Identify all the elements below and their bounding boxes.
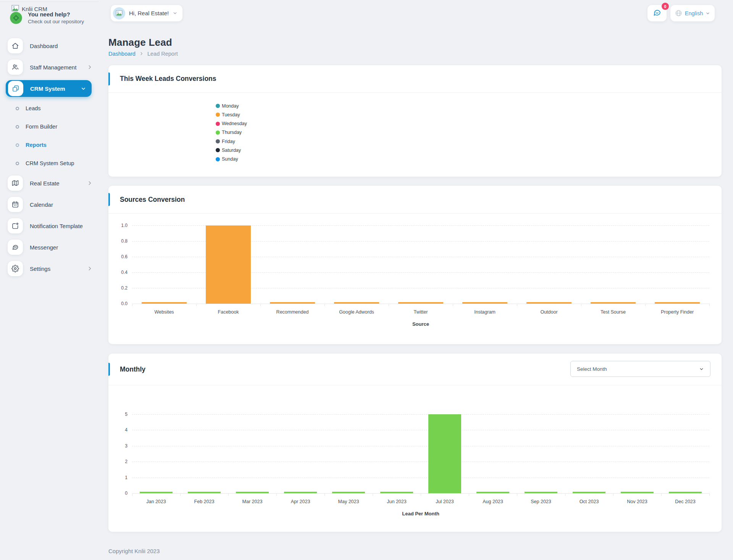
- sidebar-subitem-leads[interactable]: Leads: [0, 99, 98, 117]
- main-content: Manage Lead Dashboard Lead Report This W…: [98, 27, 733, 560]
- x-axis-label: Jun 2023: [373, 499, 421, 504]
- x-axis-tick: [389, 304, 389, 306]
- legend-item[interactable]: Saturday: [216, 147, 247, 153]
- gridline: [132, 430, 709, 430]
- x-axis-tick: [228, 493, 229, 496]
- user-menu-button[interactable]: Hi, Real Estate!: [111, 5, 182, 21]
- bullet-icon: [16, 125, 19, 129]
- x-axis-tick: [645, 304, 646, 306]
- y-axis-tick: 3: [108, 443, 128, 449]
- messages-button[interactable]: 0: [647, 5, 667, 21]
- sources-card-header: Sources Conversion: [108, 186, 722, 214]
- y-axis-tick: 0.4: [108, 270, 128, 275]
- sidebar-item-calendar[interactable]: Calendar: [0, 194, 98, 215]
- sidebar-subitem-label: CRM System Setup: [26, 160, 74, 166]
- users-icon: [8, 60, 23, 75]
- bar-aug-2023: [476, 492, 509, 493]
- x-axis-tick: [581, 304, 581, 306]
- x-axis-label: Oct 2023: [565, 499, 613, 504]
- x-axis-tick: [709, 493, 710, 496]
- bar-feb-2023: [188, 492, 221, 493]
- legend-marker: [216, 157, 220, 161]
- sidebar-subitem-label: Leads: [26, 105, 41, 111]
- bar-mar-2023: [236, 492, 269, 493]
- monthly-card-header: Monthly Select Month: [108, 354, 722, 385]
- legend-item[interactable]: Tuesday: [216, 112, 247, 117]
- sidebar-item-label: Real Estate: [30, 180, 60, 187]
- legend-label: Sunday: [222, 156, 238, 162]
- x-axis-label: Twitter: [389, 309, 453, 315]
- sidebar-item-label: Calendar: [30, 201, 53, 208]
- sidebar-item-dashboard[interactable]: Dashboard: [0, 35, 98, 56]
- sidebar-subitem-reports[interactable]: Reports: [0, 136, 98, 154]
- topbar: Hi, Real Estate! 0 English: [98, 0, 733, 27]
- sidebar-item-staff-management[interactable]: Staff Management: [0, 56, 98, 78]
- sidebar-item-settings[interactable]: Settings: [0, 258, 98, 279]
- copyright-text: Copyright Knlii 2023: [108, 548, 722, 554]
- bar-nov-2023: [621, 492, 654, 493]
- x-axis-label: Facebook: [196, 309, 260, 315]
- x-axis-label: Jul 2023: [421, 499, 469, 504]
- broken-image-icon: [11, 5, 19, 13]
- sidebar-item-notification-template[interactable]: Notification Template: [0, 215, 98, 237]
- x-axis-tick: [517, 493, 517, 496]
- chevron-right-icon: [87, 180, 92, 186]
- lifebuoy-icon: [9, 11, 23, 26]
- sidebar-subitem-label: Reports: [26, 142, 47, 148]
- legend-item[interactable]: Thursday: [216, 130, 247, 135]
- sidebar-subitem-form-builder[interactable]: Form Builder: [0, 117, 98, 136]
- y-axis-tick: 2: [108, 459, 128, 464]
- bar-facebook: [206, 225, 251, 304]
- sidebar-subitem-crm-system-setup[interactable]: CRM System Setup: [0, 154, 98, 172]
- x-axis-label: Websites: [132, 309, 196, 315]
- app-logo[interactable]: Knlii CRM: [11, 5, 47, 13]
- map-icon: [8, 175, 23, 191]
- chevron-down-icon: [81, 86, 86, 92]
- x-axis-tick: [613, 493, 614, 496]
- x-axis-tick: [469, 493, 469, 496]
- bar-outdoor: [526, 302, 572, 304]
- select-month-dropdown[interactable]: Select Month: [570, 361, 710, 377]
- sidebar-item-label: Dashboard: [30, 43, 58, 49]
- week-legend: MondayTuesdayWednesdayThursdayFridaySatu…: [216, 103, 247, 165]
- legend-label: Tuesday: [222, 112, 240, 117]
- legend-marker: [216, 148, 220, 152]
- legend-item[interactable]: Friday: [216, 138, 247, 144]
- select-month-value: Select Month: [577, 366, 607, 372]
- bar-instagram: [462, 302, 507, 304]
- x-axis-tick: [453, 304, 453, 306]
- x-axis-tick: [373, 493, 373, 496]
- y-axis-tick: 5: [108, 412, 128, 417]
- x-axis-tick: [421, 493, 421, 496]
- language-selector[interactable]: English: [670, 5, 715, 21]
- breadcrumb-dashboard-link[interactable]: Dashboard: [108, 51, 136, 57]
- sidebar-item-messenger[interactable]: Messenger: [0, 237, 98, 258]
- chevron-right-icon: [87, 64, 92, 70]
- chevron-down-icon: [706, 11, 710, 16]
- sidebar-item-real-estate[interactable]: Real Estate: [0, 172, 98, 194]
- gridline: [132, 446, 709, 446]
- y-axis-tick: 0.8: [108, 238, 128, 244]
- bar-recommended: [270, 302, 315, 304]
- bar-dec-2023: [669, 492, 702, 493]
- legend-item[interactable]: Monday: [216, 103, 247, 109]
- x-axis-tick: [325, 493, 325, 496]
- chevron-right-icon: [87, 266, 92, 271]
- legend-item[interactable]: Sunday: [216, 156, 247, 162]
- y-axis-tick: 0.0: [108, 301, 128, 306]
- gridline: [132, 478, 709, 478]
- legend-marker: [216, 130, 220, 135]
- monthly-card: Monthly Select Month 543210Jan 2023Feb 2…: [108, 354, 722, 532]
- sidebar-item-crm-system[interactable]: CRM System: [6, 80, 92, 97]
- x-axis-label: Instagram: [453, 309, 517, 315]
- legend-label: Monday: [222, 103, 239, 109]
- x-axis-label: Outdoor: [517, 309, 581, 315]
- x-axis-label: Mar 2023: [228, 499, 276, 504]
- legend-item[interactable]: Wednesday: [216, 121, 247, 127]
- x-axis-tick: [709, 304, 710, 306]
- y-axis-tick: 1.0: [108, 223, 128, 228]
- bar-test-sourse: [591, 302, 636, 304]
- chevron-down-icon: [699, 367, 704, 372]
- x-axis-title: Source: [132, 321, 709, 327]
- gear-icon: [8, 261, 23, 276]
